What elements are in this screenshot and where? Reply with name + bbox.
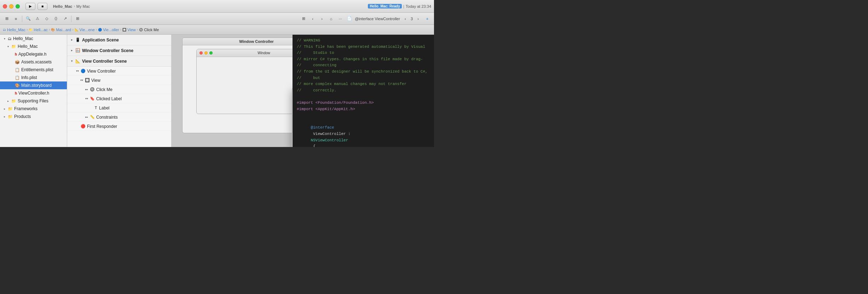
h-file-icon: h <box>15 52 17 56</box>
sidebar-item-info-plist[interactable]: 📋 Info.plist <box>0 74 67 81</box>
outline-constraints[interactable]: ▸ 📏 Constraints <box>67 113 171 122</box>
add-btn[interactable]: + <box>423 15 431 23</box>
disclosure-products[interactable] <box>3 115 6 118</box>
sidebar-item-assets[interactable]: 📦 Assets.xcassets <box>0 58 67 66</box>
outline-view-controller[interactable]: ▾ 🔵 View Controller <box>67 67 171 76</box>
bc-vieoller[interactable]: 🔵 Vie...oller <box>98 28 119 32</box>
bc-sep-5: › <box>137 28 138 32</box>
right-back-btn[interactable]: ‹ <box>309 15 317 23</box>
breadcrumb-arrow: › <box>74 4 75 8</box>
code-panel: // WARNING // This file has been generat… <box>293 35 434 147</box>
bc-hellac[interactable]: 📁 Hell...ac <box>29 28 48 32</box>
bc-vieene[interactable]: 📐 Vie...ene <box>75 28 95 32</box>
right-forward-btn[interactable]: › <box>318 15 326 23</box>
bc-icon-5: 🔲 <box>122 28 126 32</box>
scene-application[interactable]: 📱 Application Scene <box>67 35 171 45</box>
bc-icon-1: 📁 <box>29 28 33 32</box>
clickme-label: Click Me <box>96 87 112 92</box>
code-line-3: // mirror C# types. Changes in this file… <box>297 56 430 63</box>
nav-prev-btn[interactable]: ‹ <box>401 15 409 23</box>
grid-view-btn[interactable]: ⊞ <box>3 15 11 23</box>
disc-clickme[interactable]: ▸ <box>85 88 88 91</box>
bc-icon-3: 📐 <box>75 28 79 32</box>
sidebar-item-hello-mac-group[interactable]: 📁 Hello_Mac <box>0 43 67 50</box>
storyboard-icon: 🎨 <box>15 83 20 88</box>
outline-clicked-label[interactable]: ▾ 🔖 Clicked Label <box>67 94 171 103</box>
outline-click-me[interactable]: ▸ 🔘 Click Me <box>67 85 171 94</box>
breadcrumb-bar: 🗂 Hello_Mac › 📁 Hell...ac › 🎨 Mai...ard … <box>0 25 434 35</box>
bc-maiard[interactable]: 🎨 Mai...ard <box>51 28 71 32</box>
disclosure-wc-scene[interactable] <box>70 49 74 52</box>
minimize-button[interactable] <box>9 4 13 9</box>
disclosure-app-scene[interactable] <box>70 38 74 42</box>
run-button[interactable]: ▶ <box>25 3 35 10</box>
bookmark-btn[interactable]: ◇ <box>43 15 51 23</box>
bc-sep-1: › <box>49 28 50 32</box>
run-stop-controls: ▶ ■ <box>25 3 47 10</box>
bc-icon-4: 🔵 <box>98 28 102 32</box>
sidebar-item-main-storyboard[interactable]: 🎨 Main.storyboard <box>0 81 67 89</box>
bc-clickme[interactable]: 🔘 Click Me <box>139 28 159 32</box>
right-home-btn[interactable]: ⌂ <box>327 15 335 23</box>
scene-window-controller[interactable]: 🪟 Window Controller Scene <box>67 45 171 56</box>
sidebar-label-hello-mac-group: Hello_Mac <box>18 44 67 49</box>
app-scene-icon: 📱 <box>75 38 80 42</box>
bc-icon-0: 🗂 <box>3 28 6 32</box>
list-view-btn[interactable]: ≡ <box>12 15 20 23</box>
disc-constraints[interactable]: ▸ <box>85 115 88 119</box>
disclosure-supporting-files[interactable] <box>6 99 10 103</box>
toolbar-separator-1 <box>22 16 22 22</box>
sidebar-label-products: Products <box>14 114 67 119</box>
disclosure-hello-mac-root[interactable] <box>3 37 6 40</box>
sidebar-item-supporting-files[interactable]: 📁 Supporting Files <box>0 97 67 105</box>
outline-first-responder[interactable]: 🔴 First Responder <box>67 122 171 131</box>
right-file-label: @interface ViewController <box>355 17 400 21</box>
nav-next-btn[interactable]: › <box>414 15 422 23</box>
disclosure-frameworks[interactable] <box>3 107 6 111</box>
first-responder-label: First Responder <box>87 124 117 129</box>
code-blank-1 <box>297 94 430 100</box>
disclosure-hello-mac-group[interactable] <box>6 45 10 48</box>
sidebar-item-frameworks[interactable]: 📁 Frameworks <box>0 105 67 113</box>
main-layout: 🗂 Hello_Mac 📁 Hello_Mac h AppDelegate.h … <box>0 35 434 147</box>
nav-btn[interactable]: ↗ <box>61 15 69 23</box>
disc-vc[interactable]: ▾ <box>76 69 79 73</box>
maximize-button[interactable] <box>16 4 20 9</box>
right-panel-grid-btn[interactable]: ⊞ <box>300 15 307 23</box>
outline-label[interactable]: T Label <box>67 103 171 113</box>
app-name-label: Hello_Mac <box>53 4 72 9</box>
mini-min <box>204 51 208 55</box>
sidebar-item-entitlements[interactable]: 📋 Entitlements.plist <box>0 66 67 74</box>
bc-label-6: Click Me <box>144 28 159 32</box>
sidebar-item-hello-mac-root[interactable]: 🗂 Hello_Mac <box>0 35 67 43</box>
bc-hello-mac[interactable]: 🗂 Hello_Mac <box>3 28 25 32</box>
code-vc-name: ViewController : <box>311 132 353 136</box>
stop-button[interactable]: ■ <box>37 3 47 10</box>
grid-btn2[interactable]: ⊞ <box>74 15 81 23</box>
code-line-5: // from the UI designer will be synchron… <box>297 69 430 75</box>
close-button[interactable] <box>3 4 7 9</box>
mini-title-bar: Window <box>197 49 293 57</box>
right-dots-btn[interactable]: ··· <box>336 15 344 23</box>
outline-view[interactable]: ▾ 🔲 View <box>67 76 171 85</box>
sidebar-item-products[interactable]: 📁 Products <box>0 113 67 120</box>
search-btn[interactable]: 🔍 <box>24 15 32 23</box>
mini-max <box>209 51 213 55</box>
sidebar-item-viewcontroller-h[interactable]: h ViewController.h <box>0 89 67 97</box>
bc-view[interactable]: 🔲 View <box>122 28 136 32</box>
sidebar-label-main-storyboard: Main.storyboard <box>21 83 67 88</box>
toolbar-separator-2 <box>71 16 71 22</box>
constraints-icon: 📏 <box>90 115 95 119</box>
right-file-btn[interactable]: 📄 <box>346 15 353 23</box>
source-btn[interactable]: ⟨⟩ <box>52 15 60 23</box>
scene-view-controller[interactable]: 📐 View Controller Scene <box>67 56 171 67</box>
sidebar-item-appdelegate-h[interactable]: h AppDelegate.h <box>0 50 67 58</box>
view-label: View <box>91 78 100 83</box>
label-text: Label <box>99 106 109 111</box>
disc-view[interactable]: ▾ <box>80 79 83 82</box>
sidebar-label-frameworks: Frameworks <box>14 106 67 111</box>
warning-btn[interactable]: ⚠ <box>34 15 41 23</box>
disc-clickedlabel[interactable]: ▾ <box>85 97 88 101</box>
code-blank-2 <box>297 112 430 119</box>
disclosure-vc-scene[interactable] <box>70 60 74 63</box>
